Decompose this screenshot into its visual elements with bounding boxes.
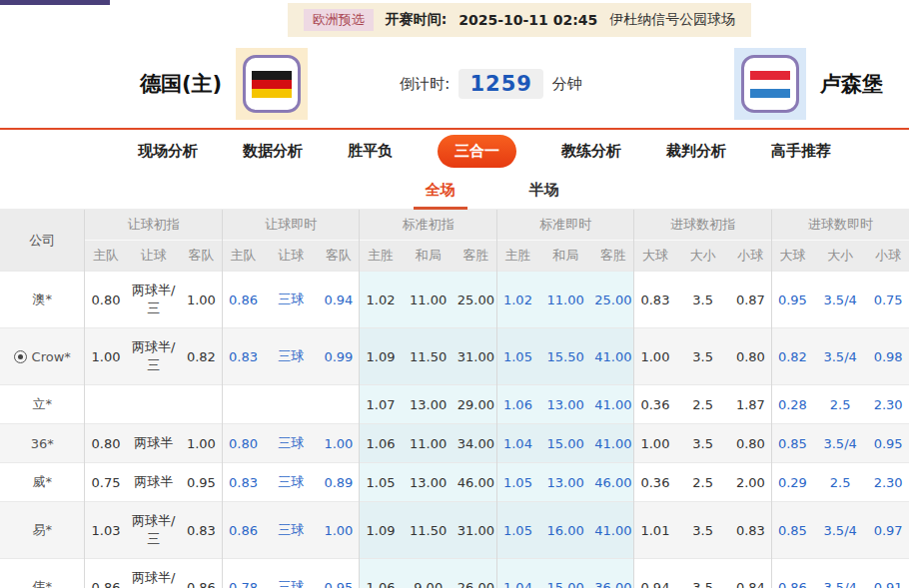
- nav-tabs: 现场分析数据分析胜平负三合一教练分析裁判分析高手推荐: [0, 128, 909, 172]
- team-header: 德国(主) 倒计时: 1259 分钟 卢森堡: [0, 40, 909, 128]
- nav-tab-3[interactable]: 三合一: [438, 135, 516, 168]
- odds-cell: 3.5: [675, 328, 729, 385]
- odds-cell: 1.06: [360, 424, 402, 463]
- odds-cell: 31.00: [455, 502, 497, 559]
- odds-cell: 0.86: [85, 559, 127, 588]
- odds-cell: [264, 385, 318, 424]
- company-name: 伟*: [32, 579, 52, 588]
- odds-cell: 0.28: [771, 385, 813, 424]
- odds-cell: 1.05: [496, 502, 538, 559]
- odds-cell: 1.00: [634, 328, 676, 385]
- top-purple-strip: [0, 0, 110, 5]
- company-cell[interactable]: 澳*: [0, 272, 85, 328]
- odds-cell: 29.00: [455, 385, 497, 424]
- company-cell[interactable]: 立*: [0, 385, 85, 424]
- company-cell[interactable]: 36*: [0, 424, 85, 463]
- col-header: 大球: [634, 241, 676, 272]
- table-row: 伟*0.86两球半/三0.860.78三球0.951.069.0026.001.…: [0, 559, 909, 588]
- odds-cell: 0.86: [222, 272, 264, 328]
- odds-cell: 0.29: [771, 463, 813, 502]
- odds-cell: 1.07: [360, 385, 402, 424]
- kickoff-time: 2025-10-11 02:45: [458, 12, 597, 28]
- odds-cell: 两球半/三: [127, 502, 181, 559]
- odds-cell: 0.80: [85, 424, 127, 463]
- home-team: 德国(主): [140, 48, 308, 120]
- odds-cell: 0.82: [181, 328, 223, 385]
- odds-cell: 0.95: [867, 424, 909, 463]
- odds-cell: 0.94: [634, 559, 676, 588]
- odds-cell: 1.02: [360, 272, 402, 328]
- group-header-1: 让球即时: [222, 210, 359, 241]
- odds-cell: 25.00: [455, 272, 497, 328]
- odds-table: 公司让球初指让球即时标准初指标准即时进球数初指进球数即时主队让球客队主队让球客队…: [0, 210, 909, 588]
- company-name: 36*: [31, 436, 54, 451]
- odds-cell: 13.00: [402, 385, 455, 424]
- nav-tab-6[interactable]: 高手推荐: [771, 142, 831, 161]
- away-team-name: 卢森堡: [820, 70, 883, 98]
- odds-cell: 0.75: [867, 272, 909, 328]
- odds-cell: [222, 385, 264, 424]
- odds-cell: 1.87: [730, 385, 772, 424]
- odds-cell: 三球: [264, 463, 318, 502]
- col-header: 客胜: [455, 241, 497, 272]
- odds-cell: 3.5/4: [813, 424, 867, 463]
- home-flag-frame: [236, 48, 308, 120]
- col-header: 主胜: [360, 241, 402, 272]
- countdown-unit: 分钟: [552, 75, 582, 94]
- away-team: 卢森堡: [734, 48, 883, 120]
- odds-cell: 0.80: [222, 424, 264, 463]
- odds-cell: 两球半/三: [127, 559, 181, 588]
- odds-cell: 三球: [264, 502, 318, 559]
- odds-cell: 0.85: [771, 424, 813, 463]
- odds-cell: 1.01: [634, 502, 676, 559]
- odds-cell: 三球: [264, 559, 318, 588]
- flag-stripe: [252, 71, 292, 80]
- odds-cell: 0.86: [181, 559, 223, 588]
- odds-cell: 3.5/4: [813, 502, 867, 559]
- odds-cell: 2.00: [730, 463, 772, 502]
- countdown: 倒计时: 1259 分钟: [400, 69, 582, 99]
- odds-cell: 11.50: [402, 328, 455, 385]
- table-row: Crow*1.00两球半/三0.820.83三球0.991.0911.5031.…: [0, 328, 909, 385]
- company-name: 澳*: [32, 292, 52, 306]
- odds-table-head: 公司让球初指让球即时标准初指标准即时进球数初指进球数即时主队让球客队主队让球客队…: [0, 210, 909, 272]
- odds-cell: 0.78: [222, 559, 264, 588]
- group-header-2: 标准初指: [360, 210, 496, 241]
- nav-tab-4[interactable]: 教练分析: [561, 142, 621, 161]
- odds-cell: [181, 385, 223, 424]
- odds-cell: 1.04: [496, 559, 538, 588]
- col-header: 主队: [222, 241, 264, 272]
- odds-cell: 0.84: [730, 559, 772, 588]
- sub-tab-0[interactable]: 全场: [420, 172, 461, 209]
- nav-tab-2[interactable]: 胜平负: [348, 142, 393, 161]
- col-header: 和局: [538, 241, 592, 272]
- nav-tab-5[interactable]: 裁判分析: [666, 142, 726, 161]
- odds-cell: 1.05: [496, 463, 538, 502]
- odds-table-body: 澳*0.80两球半/三1.000.86三球0.941.0211.0025.001…: [0, 272, 909, 588]
- col-header: 客胜: [592, 241, 634, 272]
- odds-cell: 0.82: [771, 328, 813, 385]
- flag-stripe: [252, 89, 292, 98]
- odds-cell: 46.00: [455, 463, 497, 502]
- odds-cell: 三球: [264, 272, 318, 328]
- group-header-4: 进球数初指: [634, 210, 771, 241]
- odds-cell: 3.5/4: [813, 559, 867, 588]
- home-team-name: 德国(主): [140, 70, 222, 98]
- nav-tab-1[interactable]: 数据分析: [243, 142, 303, 161]
- countdown-label: 倒计时:: [400, 75, 450, 94]
- company-cell[interactable]: 伟*: [0, 559, 85, 588]
- odds-cell: 41.00: [592, 502, 634, 559]
- company-cell[interactable]: 威*: [0, 463, 85, 502]
- col-header: 主队: [85, 241, 127, 272]
- nav-tab-0[interactable]: 现场分析: [138, 142, 198, 161]
- odds-cell: 36.00: [592, 559, 634, 588]
- odds-cell: 0.99: [318, 328, 360, 385]
- flag-stripe: [750, 80, 790, 89]
- company-cell[interactable]: Crow*: [0, 328, 85, 385]
- odds-cell: 16.00: [538, 502, 592, 559]
- odds-cell: 三球: [264, 328, 318, 385]
- company-cell[interactable]: 易*: [0, 502, 85, 559]
- sub-tab-1[interactable]: 半场: [523, 172, 565, 209]
- odds-cell: 1.00: [318, 424, 360, 463]
- odds-cell: 0.87: [730, 272, 772, 328]
